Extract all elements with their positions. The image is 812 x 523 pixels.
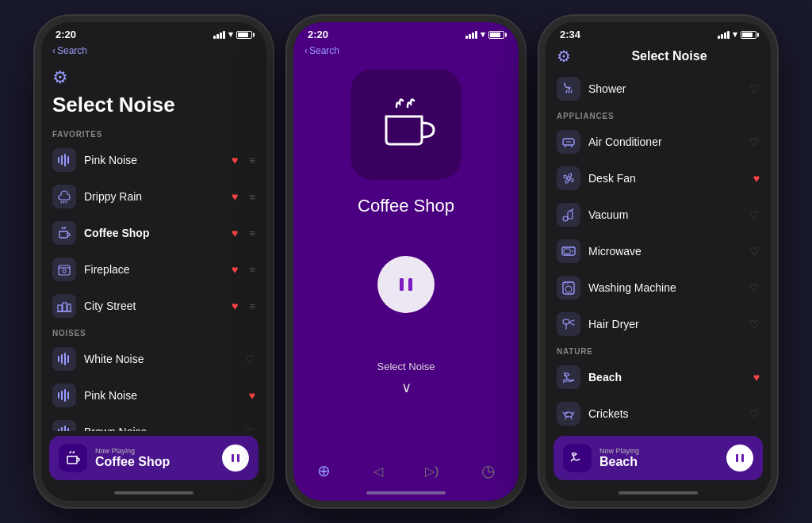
nav-icon-volume-up[interactable]: ▷): [425, 464, 439, 479]
list-item-ac[interactable]: Air Conditioner ♡: [546, 124, 771, 160]
nav-back-2[interactable]: ‹ Search: [304, 45, 339, 56]
svg-rect-20: [58, 429, 59, 431]
heart-vacuum[interactable]: ♡: [749, 208, 760, 221]
svg-rect-23: [67, 428, 69, 431]
icon-waveform: [52, 148, 76, 172]
heart-shower[interactable]: ♡: [749, 82, 760, 95]
heart-pink-noise-list[interactable]: ♥: [249, 389, 255, 402]
now-playing-play-1[interactable]: [222, 445, 249, 471]
heart-crickets[interactable]: ♡: [749, 407, 760, 420]
phone-1: 2:20 ▾ ‹ Search: [35, 16, 273, 507]
now-playing-icon-1: [59, 444, 87, 472]
scroll-content-3[interactable]: Shower ♡ APPLIANCES Air Conditioner ♡ De…: [546, 71, 771, 431]
heart-coffee-shop[interactable]: ♥: [232, 227, 238, 239]
heart-microwave[interactable]: ♡: [749, 245, 760, 258]
list-item-crickets[interactable]: Crickets ♡: [546, 395, 771, 431]
heart-beach[interactable]: ♥: [753, 371, 760, 384]
list-item-white-noise[interactable]: White Noise ♡: [41, 341, 266, 377]
drag-fireplace[interactable]: ≡: [249, 264, 255, 276]
heart-drippy-rain[interactable]: ♥: [232, 190, 238, 203]
now-playing-label-3: Now Playing: [599, 447, 718, 455]
drag-coffee-shop[interactable]: ≡: [249, 227, 255, 239]
heart-white-noise[interactable]: ♡: [245, 353, 255, 365]
svg-line-57: [571, 417, 572, 419]
nav-icon-timer[interactable]: ◷: [481, 461, 495, 480]
nav-icon-volume-down[interactable]: ◁: [373, 464, 383, 479]
list-item-vacuum[interactable]: Vacuum ♡: [546, 197, 771, 233]
now-playing-icon-3: [563, 444, 592, 472]
signal-bars-2: [465, 31, 477, 39]
list-item-drippy-rain[interactable]: Drippy Rain ♥ ≡: [41, 178, 266, 215]
list-item-washer[interactable]: Washing Machine ♡: [546, 269, 771, 306]
now-playing-play-3[interactable]: [726, 445, 753, 471]
phone-2: 2:20 ▾ ‹ Search: [287, 16, 525, 507]
list-item-hairdryer[interactable]: Hair Dryer ♡: [546, 306, 771, 342]
svg-rect-14: [64, 353, 66, 365]
svg-point-58: [566, 412, 568, 414]
label-brown-noise: Brown Noise: [84, 426, 237, 431]
heart-fireplace[interactable]: ♥: [232, 263, 238, 276]
svg-rect-21: [61, 427, 63, 431]
player-chevron-down[interactable]: ∨: [401, 379, 412, 396]
svg-rect-2: [64, 154, 66, 166]
svg-rect-10: [67, 304, 71, 311]
list-item-coffee-shop[interactable]: Coffee Shop ♥ ≡: [41, 215, 266, 251]
svg-rect-15: [67, 355, 69, 363]
svg-rect-28: [232, 454, 234, 462]
svg-rect-13: [61, 354, 63, 364]
heart-ac[interactable]: ♡: [749, 136, 760, 148]
status-bar-2: 2:20 ▾: [293, 22, 519, 44]
svg-line-34: [569, 90, 569, 93]
list-item-brown-noise[interactable]: Brown Noise ♡: [41, 414, 266, 431]
now-playing-info-1: Now Playing Coffee Shop: [95, 447, 214, 469]
settings-icon-3[interactable]: ⚙: [557, 47, 571, 66]
list-item-shower[interactable]: Shower ♡: [546, 71, 771, 107]
drag-drippy-rain[interactable]: ≡: [249, 191, 255, 203]
heart-brown-noise[interactable]: ♡: [245, 426, 255, 431]
label-white-noise: White Noise: [84, 353, 237, 365]
heart-pink-noise-fav[interactable]: ♥: [232, 154, 238, 166]
list-item-city-street[interactable]: City Street ♥ ≡: [41, 288, 266, 324]
now-playing-bar-3[interactable]: Now Playing Beach: [553, 436, 763, 480]
heart-city-street[interactable]: ♥: [232, 300, 238, 312]
svg-rect-0: [58, 157, 59, 163]
settings-icon-1[interactable]: ⚙: [52, 67, 68, 87]
svg-line-54: [563, 412, 565, 414]
drag-city-street[interactable]: ≡: [249, 300, 255, 312]
scroll-content-1[interactable]: FAVORITES Pink Noise ♥ ≡ Drippy Rain ♥ ≡: [41, 125, 266, 431]
phone3-header: ⚙ Select Noise: [546, 44, 771, 71]
list-item-fireplace[interactable]: Fireplace ♥ ≡: [41, 251, 266, 288]
svg-line-50: [569, 320, 574, 322]
heart-washer[interactable]: ♡: [749, 281, 760, 294]
nav-back-1[interactable]: ‹ Search: [52, 45, 87, 56]
status-bar-1: 2:20 ▾: [41, 22, 266, 44]
svg-rect-62: [741, 454, 744, 462]
player-pause-btn[interactable]: [377, 256, 435, 313]
now-playing-bar-1[interactable]: Now Playing Coffee Shop: [49, 436, 259, 480]
page-title-3: Select Noise: [579, 49, 760, 63]
list-item-beach[interactable]: Beach ♥: [546, 359, 771, 395]
svg-rect-8: [58, 305, 62, 311]
nav-icon-home[interactable]: ⊕: [317, 461, 331, 480]
heart-desk-fan[interactable]: ♥: [753, 172, 760, 185]
svg-point-40: [567, 177, 570, 180]
svg-rect-22: [64, 426, 66, 431]
wifi-icon-3: ▾: [733, 29, 737, 40]
svg-line-33: [566, 90, 567, 93]
list-item-microwave[interactable]: Microwave ♡: [546, 233, 771, 269]
phone-3: 2:34 ▾ ⚙ Select Noise: [539, 16, 777, 507]
svg-rect-9: [63, 303, 67, 311]
list-item-pink-noise-list[interactable]: Pink Noise ♥: [41, 377, 266, 414]
drag-pink-noise-fav[interactable]: ≡: [249, 155, 255, 166]
icon-city-street: [52, 294, 76, 318]
status-icons-2: ▾: [465, 29, 504, 40]
label-shower: Shower: [588, 82, 741, 95]
svg-line-51: [569, 323, 574, 325]
label-city-street: City Street: [84, 300, 224, 312]
heart-hairdryer[interactable]: ♡: [749, 318, 760, 330]
list-item-pink-noise-fav[interactable]: Pink Noise ♥ ≡: [41, 142, 266, 178]
settings-row-1: ⚙: [41, 61, 266, 90]
list-item-desk-fan[interactable]: Desk Fan ♥: [546, 160, 771, 197]
status-icons-3: ▾: [718, 29, 756, 40]
wifi-icon-1: ▾: [228, 29, 233, 40]
